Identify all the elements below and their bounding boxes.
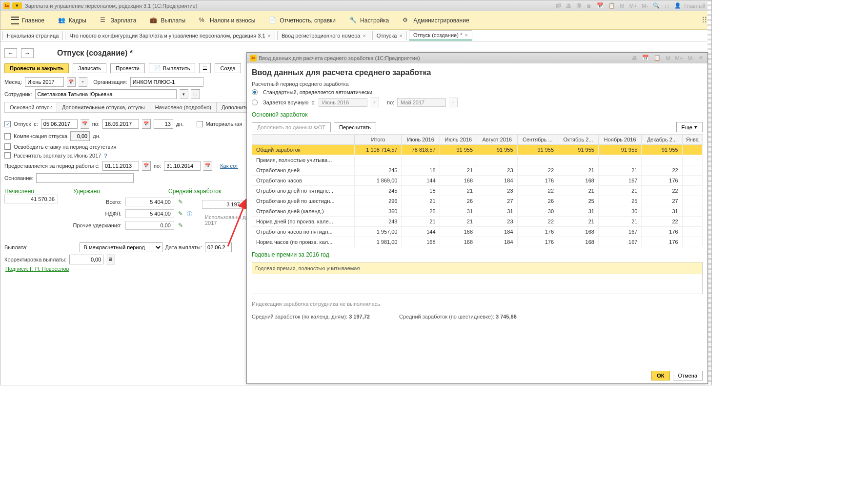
user-block[interactable]: 👤 Главный	[673, 2, 708, 9]
cell[interactable]: 91 955	[440, 145, 477, 155]
cell[interactable]: 23	[477, 165, 517, 176]
cell[interactable]: 1 869,00	[355, 176, 402, 186]
pay-select[interactable]: В межрасчетный период	[80, 242, 162, 252]
more-button[interactable]: Еще ▾	[676, 122, 703, 132]
calendar-icon[interactable]: 📅	[142, 119, 151, 129]
cell[interactable]: 30	[598, 206, 641, 217]
cell[interactable]: 167	[598, 237, 641, 247]
cell[interactable]	[682, 165, 702, 176]
cell[interactable]: 27	[642, 196, 682, 206]
cell[interactable]	[682, 176, 702, 186]
cell[interactable]	[558, 155, 599, 165]
close-icon[interactable]: ×	[399, 33, 402, 39]
mathelp-checkbox[interactable]	[197, 121, 203, 127]
cell[interactable]	[477, 155, 517, 165]
earnings-table[interactable]: ИтогоИюнь 2016Июль 2016Август 2016Сентяб…	[252, 134, 703, 247]
pay-button[interactable]: 📄 Выплатить	[149, 63, 195, 73]
print-icon[interactable]: 🖶	[630, 55, 639, 61]
cell[interactable]: 26	[440, 196, 477, 206]
cell[interactable]: 21	[598, 165, 641, 176]
dropdown-icon[interactable]: ▾	[180, 89, 188, 99]
cell[interactable]: 144	[402, 176, 440, 186]
cell[interactable]: 176	[642, 237, 682, 247]
leave-from-input[interactable]	[41, 119, 78, 129]
ok-button[interactable]: ОК	[651, 371, 669, 380]
cell[interactable]: 168	[558, 227, 599, 237]
table-row[interactable]: Отработано дней по пятидне...24518212322…	[252, 186, 703, 196]
cell[interactable]: 167	[598, 176, 641, 186]
calendar-icon[interactable]: 📅	[67, 77, 76, 87]
cell[interactable]: 23	[477, 186, 517, 196]
cell[interactable]: 18	[402, 186, 440, 196]
corr-input[interactable]	[69, 255, 103, 264]
cell[interactable]: 31	[642, 206, 682, 217]
leave-to-input[interactable]	[102, 119, 139, 129]
table-row[interactable]: Отработано дней по шестидн...29621262726…	[252, 196, 703, 206]
menu-more-icon[interactable]: ⠿	[702, 16, 707, 25]
bonus-row[interactable]: Годовая премия, полностью учитываемая	[252, 262, 702, 274]
memory-mminus[interactable]: M-	[686, 55, 695, 61]
calendar-icon[interactable]: 📅	[641, 55, 650, 61]
grip-icon[interactable]: ᎓᎓	[663, 3, 671, 9]
menu-taxes[interactable]: %Налоги и взносы	[192, 17, 262, 24]
cell[interactable]: 25	[598, 196, 641, 206]
basis-input[interactable]	[36, 173, 134, 183]
back-button[interactable]: ←	[4, 48, 17, 58]
calc-icon[interactable]: 🖩	[106, 255, 115, 264]
cell[interactable]	[682, 227, 702, 237]
menu-main[interactable]: Главное	[4, 17, 51, 24]
cell[interactable]: 176	[517, 237, 558, 247]
cell[interactable]	[642, 155, 682, 165]
menu-admin[interactable]: ⚙Администрирование	[396, 17, 476, 24]
calendar-icon[interactable]: 📅	[203, 161, 212, 171]
table-header[interactable]: Декабрь 2...	[642, 135, 682, 145]
cell[interactable]: 22	[642, 186, 682, 196]
cell[interactable]: 245	[355, 186, 402, 196]
calendar-icon[interactable]: 📅	[142, 161, 151, 171]
recalc-checkbox[interactable]	[4, 152, 11, 159]
free-rate-checkbox[interactable]	[4, 143, 11, 150]
cell[interactable]: 21	[598, 217, 641, 227]
close-icon[interactable]: ✕	[697, 55, 705, 61]
cell[interactable]: 1 981,00	[355, 237, 402, 247]
cell[interactable]: 21	[402, 217, 440, 227]
memory-m[interactable]: M	[664, 55, 671, 61]
tab-accrued[interactable]: Начислено (подробно)	[150, 102, 217, 112]
cell[interactable]: 91 955	[517, 145, 558, 155]
cell[interactable]: 21	[558, 217, 599, 227]
cell[interactable]: 184	[477, 237, 517, 247]
table-header[interactable]: Янва	[682, 135, 702, 145]
pencil-icon[interactable]: ✎	[178, 210, 183, 217]
cell[interactable]: 21	[440, 217, 477, 227]
table-header[interactable]	[252, 135, 355, 145]
cell[interactable]: 360	[355, 206, 402, 217]
cell[interactable]: 296	[355, 196, 402, 206]
cell[interactable]: 184	[477, 227, 517, 237]
menu-reports[interactable]: 📄Отчетность, справки	[262, 17, 343, 24]
cell[interactable]: 22	[517, 165, 558, 176]
app-dropdown-icon[interactable]: ▾	[12, 2, 22, 9]
pencil-icon[interactable]: ✎	[178, 222, 183, 229]
memory-mplus[interactable]: M+	[628, 3, 639, 9]
table-row[interactable]: Общий заработок1 108 714,5778 818,5791 9…	[252, 145, 703, 155]
cell[interactable]: 1 957,00	[355, 227, 402, 237]
tool-icon[interactable]: 🗐	[554, 3, 563, 9]
cell[interactable]: 21	[440, 186, 477, 196]
cell[interactable]: 21	[558, 165, 599, 176]
close-icon[interactable]: ×	[268, 33, 271, 39]
tab-vacation-create[interactable]: Отпуск (создание) *×	[409, 30, 472, 40]
recalc-button[interactable]: Пересчитать	[334, 122, 376, 132]
cell[interactable]: 21	[558, 186, 599, 196]
cell[interactable]: 22	[517, 217, 558, 227]
post-close-button[interactable]: Провести и закрыть	[4, 63, 69, 73]
cell[interactable]: 91 955	[598, 145, 641, 155]
cell[interactable]	[682, 196, 702, 206]
calendar-icon[interactable]: 📅	[81, 119, 89, 129]
table-header[interactable]: Ноябрь 2016	[598, 135, 641, 145]
cell[interactable]: 25	[402, 206, 440, 217]
create-button[interactable]: Созда	[215, 63, 241, 73]
cell[interactable]: 78 818,57	[402, 145, 440, 155]
cell[interactable]: 176	[517, 176, 558, 186]
close-icon[interactable]: ×	[363, 33, 365, 39]
cell[interactable]	[682, 145, 702, 155]
